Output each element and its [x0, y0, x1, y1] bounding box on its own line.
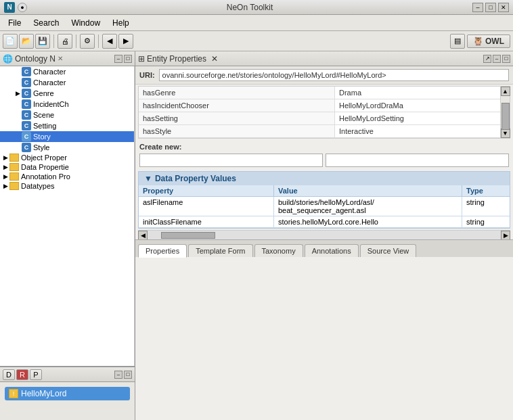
toolbar-sep1 [53, 34, 54, 48]
tree-item-incidentchooser[interactable]: C IncidentCh [0, 99, 134, 110]
toolbar-view-button[interactable]: ▤ [450, 34, 465, 49]
tree-item-scene[interactable]: C Scene [0, 110, 134, 120]
tree-item-character1[interactable]: C Character [0, 66, 134, 77]
ontology-tab-close[interactable]: ✕ [58, 55, 63, 62]
vscroll-down[interactable]: ▼ [501, 129, 510, 138]
tree-item-genre[interactable]: ▶ C Genre [0, 88, 134, 99]
vscroll-up[interactable]: ▲ [501, 87, 510, 96]
toolbar-save-button[interactable]: 💾 [35, 34, 50, 49]
left-panel-tab-bar: 🌐 Ontology N ✕ – □ [0, 51, 135, 66]
class-icon: C [22, 89, 31, 98]
tree-item-style[interactable]: C Style [0, 142, 134, 153]
tab-annotations[interactable]: Annotations [305, 244, 359, 257]
maximize-button[interactable]: □ [485, 3, 496, 12]
folder-icon [9, 182, 19, 190]
class-icon: C [22, 99, 31, 109]
tree-label: Character [33, 68, 66, 76]
menu-bar: File Search Window Help [0, 15, 513, 31]
create-new-row [139, 154, 509, 167]
tree-item-story[interactable]: C Story [0, 131, 134, 142]
dpv-col-type: Type [462, 185, 510, 196]
toolbar-back-button[interactable]: ◀ [102, 34, 117, 49]
tree-item-objectprop[interactable]: ▶ Object Proper [0, 153, 134, 162]
bottom-tab-d[interactable]: D [3, 369, 15, 380]
tree-item-setting[interactable]: C Setting [0, 120, 134, 131]
vscroll-thumb[interactable] [501, 103, 510, 130]
dpv-col-header: Property Value Type [139, 185, 510, 197]
toolbar-settings-button[interactable]: ⚙ [80, 34, 95, 49]
vscroll-track [501, 96, 510, 129]
minimize-button[interactable]: – [472, 3, 483, 12]
tab-source-view[interactable]: Source View [360, 244, 417, 257]
app-icon: N [4, 2, 15, 13]
prop-val: HelloMyLordDraMa [335, 99, 500, 112]
expand-icon: ▶ [1, 154, 9, 162]
menu-window[interactable]: Window [66, 17, 106, 29]
right-panel-icon1[interactable]: ↗ [483, 55, 491, 63]
expand-icon [14, 78, 22, 87]
bottom-tabs: Properties Template Form Taxonomy Annota… [135, 239, 513, 257]
expand-icon: ▶ [1, 163, 9, 171]
folder-icon [9, 154, 19, 162]
class-icon: C [22, 67, 31, 76]
folder-icon [9, 163, 19, 171]
left-panel-minimize[interactable]: – [114, 55, 122, 63]
tree-item-character2[interactable]: C Character [0, 77, 134, 88]
prop-val: Interactive [335, 125, 500, 137]
menu-search[interactable]: Search [28, 17, 64, 29]
tree-label: IncidentCh [33, 100, 69, 108]
right-panel-minimize[interactable]: – [493, 55, 501, 63]
tab-template-form[interactable]: Template Form [188, 244, 252, 257]
toolbar-print-button[interactable]: 🖨 [58, 34, 72, 49]
tree-item-dataprop[interactable]: ▶ Data Propertie [0, 162, 134, 172]
tree-label: Annotation Pro [21, 172, 70, 181]
owl-button[interactable]: 🦉 OWL [467, 34, 510, 48]
prop-val: Drama [335, 87, 500, 99]
close-button[interactable]: ✕ [498, 3, 509, 12]
entity-properties-tab[interactable]: ⊞ Entity Properties ✕ [138, 54, 218, 64]
dpv-expand-icon[interactable]: ▼ [144, 174, 152, 183]
tree-label: Style [33, 143, 49, 151]
owl-icon: 🦉 [473, 37, 483, 46]
toolbar-forward-button[interactable]: ▶ [118, 34, 133, 49]
menu-file[interactable]: File [3, 17, 26, 29]
expand-icon [14, 143, 22, 151]
tree-label: Datatypes [21, 182, 55, 190]
toolbar-open-button[interactable]: 📂 [19, 34, 34, 49]
entity-icon: ! [9, 389, 18, 398]
dpv-row-aslfilename: aslFilename build/stories/helloMyLord/as… [139, 197, 510, 216]
bottom-panel-minimize[interactable]: – [114, 371, 122, 379]
tab-taxonomy[interactable]: Taxonomy [254, 244, 303, 257]
close-btn-left[interactable]: ● [18, 3, 27, 12]
bottom-panel-maximize[interactable]: □ [124, 371, 132, 379]
ontology-tree: C Character C Character ▶ C Genre C Inci… [0, 66, 135, 366]
menu-help[interactable]: Help [107, 17, 135, 29]
dpv-header: ▼ Data Property Values [139, 172, 510, 185]
right-panel-maximize[interactable]: □ [502, 55, 510, 63]
left-panel-maximize[interactable]: □ [124, 55, 132, 63]
prop-row-hasstyle: hasStyle Interactive [139, 125, 500, 138]
ep-tab-close[interactable]: ✕ [211, 54, 218, 64]
expand-icon [14, 68, 22, 76]
bottom-tab-p[interactable]: P [30, 369, 42, 380]
bottom-left-content: ! HelloMyLord [0, 382, 135, 405]
toolbar-new-button[interactable]: 📄 [3, 34, 18, 49]
bottom-tab-r[interactable]: R [16, 369, 28, 380]
tree-item-datatypes[interactable]: ▶ Datatypes [0, 181, 134, 191]
active-entity-item[interactable]: ! HelloMyLord [5, 387, 130, 400]
hscroll-thumb[interactable] [161, 232, 215, 239]
tab-properties[interactable]: Properties [138, 244, 187, 258]
tree-item-annotationprop[interactable]: ▶ Annotation Pro [0, 172, 134, 181]
main-area: 🌐 Ontology N ✕ – □ C Character C Charact… [0, 51, 513, 420]
class-icon-story: C [22, 132, 31, 141]
tree-label: Setting [33, 122, 56, 130]
create-new-value-input[interactable] [326, 154, 509, 167]
dpv-type-aslfilename: string [462, 197, 510, 216]
dpv-prop-initclassfilename: initClassFilename [139, 216, 274, 227]
hscroll-right[interactable]: ▶ [501, 231, 510, 240]
create-new-property-input[interactable] [139, 154, 323, 167]
uri-bar: URI: [135, 66, 513, 85]
uri-input[interactable] [159, 69, 509, 81]
hscroll-left[interactable]: ◀ [138, 231, 148, 240]
class-icon: C [22, 143, 31, 152]
